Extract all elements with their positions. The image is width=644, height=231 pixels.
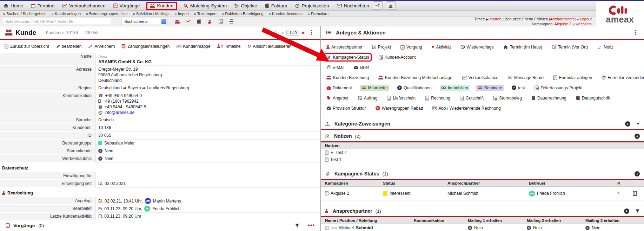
create-actions-panel: Anlegen & Aktionen ⋮ AnsprechpartnerProj… bbox=[321, 26, 644, 231]
nav-item-projektzeiten[interactable]: Projektzeiten bbox=[295, 3, 329, 8]
subnav-item-text-import[interactable]: » Text-Import bbox=[194, 12, 217, 16]
subnav-item-kunden-accounts[interactable]: » Kunden-Accounts bbox=[269, 12, 303, 16]
action-rechnung[interactable]: Rechnung bbox=[424, 95, 452, 101]
campaign-switch-link[interactable]: » wechseln bbox=[572, 22, 592, 26]
action-mitarbeiter[interactable]: Mitarbeiter bbox=[360, 85, 390, 91]
search-action-vendor-icon[interactable] bbox=[206, 18, 214, 25]
action-brief[interactable]: Brief bbox=[352, 64, 370, 71]
action-immobilien[interactable]: Immobilien bbox=[440, 85, 470, 91]
action-dauergutschrift[interactable]: Dauergutschrift bbox=[575, 95, 612, 101]
email-link[interactable]: info@aranes.de bbox=[105, 110, 134, 115]
search-schema-select[interactable]: Suchschema ▲▼ bbox=[121, 18, 167, 25]
action-wiedervorlage[interactable]: Wiedervorlage bbox=[459, 44, 495, 50]
action-qualifikationen[interactable]: +Qualifikationen bbox=[396, 85, 433, 91]
search-action-export-icon[interactable] bbox=[217, 18, 225, 25]
search-action-print-icon[interactable] bbox=[227, 18, 235, 25]
action-notiz[interactable]: Notiz bbox=[596, 44, 615, 50]
timer-start-link[interactable]: starten bbox=[490, 17, 502, 21]
action-kunden-beziehung-mehrfachanlage[interactable]: Kunden-Beziehung Mehrfachanlage bbox=[377, 75, 453, 81]
action-dokument[interactable]: Dokument bbox=[325, 85, 353, 91]
note-row[interactable]: Test 1 bbox=[321, 156, 644, 163]
nav-item-matching-system[interactable]: Matching-System bbox=[184, 3, 227, 8]
subnav-item-dubletten-bereinigung[interactable]: » Dubletten-Bereinigung bbox=[222, 12, 264, 16]
action-e-mail[interactable]: @E-Mail bbox=[325, 64, 346, 71]
panel-menu-icon[interactable]: ⋮ bbox=[631, 29, 639, 36]
action-abo-wiederkehrende-rechnung[interactable]: Abo / Wiederkehrende Rechnung bbox=[431, 105, 502, 111]
timer-play-icon[interactable]: ▶ bbox=[486, 18, 489, 21]
action-formular-versenden[interactable]: @Formular versenden bbox=[600, 75, 644, 81]
action-seminare[interactable]: Seminare bbox=[476, 85, 504, 91]
action-auftrag[interactable]: Auftrag bbox=[357, 95, 379, 101]
toolbar-ansicht-aktualisieren[interactable]: ↻Ansicht aktualisieren bbox=[247, 44, 292, 49]
add-icon[interactable]: + bbox=[635, 171, 640, 177]
nav-item-vorgänge[interactable]: Vorgänge bbox=[113, 3, 140, 8]
action-formular-anlegen[interactable]: Formular anlegen bbox=[552, 75, 593, 81]
action-vorgang[interactable]: Vorgang bbox=[399, 44, 424, 50]
action-warengruppen-rabatt[interactable]: %Warengruppen Rabatt bbox=[374, 105, 425, 111]
nav-item-termine[interactable]: Termine bbox=[31, 3, 54, 8]
action-ansprechpartner[interactable]: Ansprechpartner bbox=[325, 44, 364, 50]
action-kunden-beziehung[interactable]: Kunden-Beziehung bbox=[325, 75, 370, 81]
nav-item-verkaufschancen[interactable]: Verkaufschancen bbox=[62, 3, 106, 8]
contact-row[interactable]: HerrMichaelSchmidtGeschäftsführer×Nein×N… bbox=[321, 224, 644, 231]
action-stornobeleg[interactable]: Stornobeleg bbox=[492, 95, 523, 101]
action-provision-struktur[interactable]: Provision Struktur bbox=[325, 105, 367, 111]
toolbar-zahlungseinstellungen[interactable]: Zahlungseinstellungen bbox=[121, 44, 170, 49]
subnav-item-suchen-suchergebnis[interactable]: » Suchen / Suchergebnis bbox=[3, 12, 46, 16]
action-dauerrechnung[interactable]: Dauerrechnung bbox=[530, 95, 568, 101]
nav-item-nachrichten[interactable]: Nachrichten bbox=[337, 3, 369, 8]
nav-item-home[interactable]: Home bbox=[4, 3, 23, 8]
campaign-row[interactable]: Akquise 2InteressentMichael SchmidtFFFri… bbox=[321, 187, 644, 200]
search-schema-value: Suchschema bbox=[124, 19, 147, 24]
pager-prev-icon[interactable]: ◀ bbox=[281, 31, 284, 34]
quick-search-input[interactable] bbox=[3, 18, 111, 25]
pager-next-icon[interactable]: ▶ bbox=[302, 31, 305, 34]
nav-item-faktura[interactable]: Faktura bbox=[265, 3, 287, 8]
action-termin-vor-ort[interactable]: Termin (Vor Ort) bbox=[550, 44, 589, 50]
subnav-item-betreuergruppen-liste[interactable]: » Betreuergruppen-Liste bbox=[86, 12, 128, 16]
search-action-chart-icon[interactable] bbox=[184, 18, 192, 25]
action-lieferschein[interactable]: Lieferschein bbox=[385, 95, 417, 101]
calendar-icon bbox=[31, 4, 35, 8]
nav-button-statistics-icon[interactable] bbox=[386, 1, 396, 10]
note-row[interactable]: ★Test 2 bbox=[321, 149, 644, 156]
action-kunden-account[interactable]: Kunden-Account bbox=[377, 54, 417, 60]
toolbar-kundenmappe[interactable]: Kundenmappe bbox=[177, 44, 211, 49]
nav-item-kunden[interactable]: Kunden bbox=[147, 3, 176, 9]
toolbar-timeline[interactable]: Timeline bbox=[217, 44, 241, 49]
add-icon[interactable]: + bbox=[635, 134, 640, 139]
filter-funnel-icon[interactable] bbox=[635, 209, 640, 213]
favorite-star-icon[interactable]: ☆ bbox=[273, 29, 278, 36]
action-kampagnen-status[interactable]: Kampagnen-Status bbox=[325, 54, 371, 60]
section-count: (2) bbox=[355, 134, 361, 139]
nav-item-objekte[interactable]: Objekte bbox=[234, 3, 257, 8]
action-message-board[interactable]: Message Board bbox=[506, 75, 545, 81]
add-icon[interactable]: + bbox=[625, 121, 630, 127]
action-termin-im-haus[interactable]: Termin (Im Haus) bbox=[502, 44, 544, 50]
action-zeiterfassungs-projekt[interactable]: Zeiterfassungs-Projekt bbox=[533, 85, 584, 91]
action-test[interactable]: +test bbox=[510, 85, 526, 91]
toolbar-anreichern[interactable]: Anreichern bbox=[88, 44, 115, 49]
logout-link[interactable]: » Logout bbox=[577, 17, 592, 21]
questionnaire-icon[interactable] bbox=[633, 191, 637, 196]
subnav-item-selektion-mailings[interactable]: » Selektion / Mailings bbox=[133, 12, 170, 16]
subnav-item-import[interactable]: » Import bbox=[175, 12, 189, 16]
filter-funnel-icon[interactable] bbox=[295, 223, 299, 228]
subnav-item-kunde-anlegen[interactable]: » Kunde anlegen bbox=[52, 12, 81, 16]
action-angebot[interactable]: Angebot bbox=[325, 95, 350, 101]
more-options-icon[interactable]: ••• bbox=[308, 222, 315, 229]
nav-button-workflow-icon[interactable] bbox=[373, 1, 383, 10]
action-gutschrift[interactable]: Gutschrift bbox=[458, 95, 485, 101]
panel-menu-icon[interactable]: ⋮ bbox=[308, 29, 316, 36]
action-projekt[interactable]: Projekt bbox=[371, 44, 392, 50]
action-aktivität[interactable]: ♥Aktivität bbox=[430, 44, 452, 50]
message-icon bbox=[508, 76, 512, 80]
toolbar-zurück-zur-übersicht[interactable]: Zurück zur Übersicht bbox=[5, 44, 49, 49]
search-action-catalog-icon[interactable] bbox=[195, 18, 203, 25]
toolbar-bearbeiten[interactable]: bearbeiten bbox=[56, 44, 82, 49]
collapse-caret-icon[interactable]: ▼ bbox=[636, 122, 640, 126]
action-verkaufschance[interactable]: Verkaufschance bbox=[460, 75, 500, 81]
add-icon[interactable]: + bbox=[624, 208, 629, 214]
subnav-item-formulare[interactable]: » Formulare bbox=[308, 12, 328, 16]
search-action-customers-icon[interactable] bbox=[173, 18, 181, 25]
